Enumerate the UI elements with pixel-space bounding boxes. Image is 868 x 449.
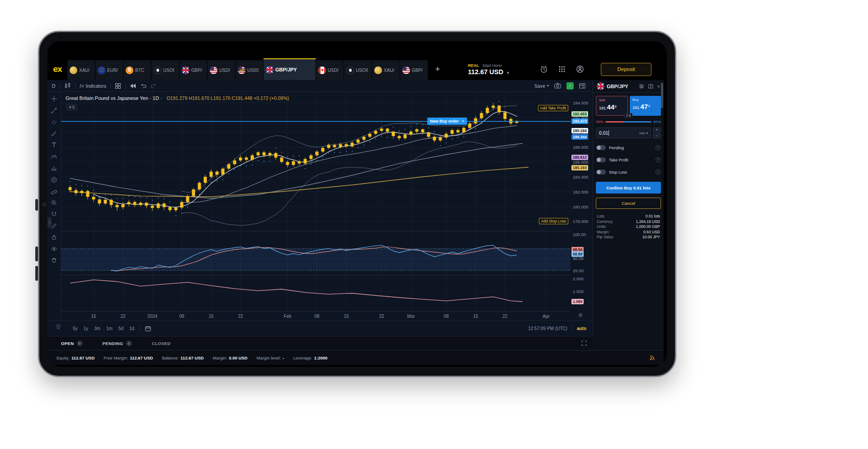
toolbar-divider bbox=[60, 83, 60, 89]
panel-layout-icon[interactable] bbox=[579, 83, 585, 89]
symbol-tab[interactable]: USOIl bbox=[344, 60, 372, 80]
add-tab-button[interactable]: + bbox=[431, 62, 444, 76]
add-stop-loss-tag[interactable]: Add Stop Loss bbox=[539, 218, 568, 224]
crosshair-icon[interactable] bbox=[50, 95, 59, 103]
buy-button[interactable]: Buy 191.473 bbox=[630, 96, 661, 116]
scrollbar-thumb[interactable] bbox=[661, 83, 663, 108]
symbol-tab[interactable]: GBP/ bbox=[179, 60, 208, 80]
trash-icon[interactable] bbox=[50, 256, 59, 264]
volume-increase-button[interactable]: + bbox=[653, 128, 661, 132]
xau-flag-icon bbox=[70, 66, 77, 74]
undo-icon[interactable] bbox=[140, 83, 146, 89]
panel-settings-icon[interactable] bbox=[639, 84, 644, 89]
indicators-collapse-badge[interactable]: ▾ 5 bbox=[66, 104, 77, 110]
layout-grid-icon[interactable] bbox=[115, 83, 121, 89]
magnet-icon[interactable] bbox=[50, 210, 59, 218]
deposit-button[interactable]: Deposit bbox=[601, 63, 651, 76]
tab-closed-positions[interactable]: CLOSED bbox=[152, 341, 171, 346]
help-icon[interactable]: ? bbox=[656, 157, 660, 162]
save-layout-button[interactable]: Save ▾ bbox=[534, 83, 549, 89]
symbol-tab-label: GBP/ bbox=[191, 68, 202, 73]
pattern-icon[interactable] bbox=[50, 153, 59, 161]
ruler-icon[interactable] bbox=[50, 187, 59, 195]
symbol-tab[interactable]: 500US50 bbox=[236, 60, 264, 80]
auto-scale-button[interactable]: auto bbox=[577, 326, 586, 331]
scroll-to-latest-button[interactable]: ↑ bbox=[566, 82, 574, 90]
order-details: Lots:0.01 lotsCurrency:1,264.19 USDUnits… bbox=[593, 209, 664, 240]
replay-icon[interactable] bbox=[130, 83, 136, 89]
toggle-switch[interactable] bbox=[596, 157, 606, 162]
volume-decrease-button[interactable]: − bbox=[653, 133, 661, 138]
expand-panel-icon[interactable] bbox=[581, 340, 587, 346]
chart-plot[interactable]: 15222024081522Feb081522Mar081522Apr Grea… bbox=[61, 92, 571, 320]
toolbar-divider bbox=[125, 83, 126, 89]
chart-type-icon[interactable] bbox=[64, 82, 71, 89]
indicators-button[interactable]: ƒx Indicators bbox=[80, 83, 106, 89]
object-tree-icon[interactable] bbox=[55, 323, 61, 330]
brush-icon[interactable] bbox=[50, 130, 59, 137]
chevron-down-icon: ▾ bbox=[69, 105, 71, 109]
sidebar-collapse-handle[interactable]: › bbox=[47, 217, 52, 227]
symbol-tab[interactable]: GBP/ bbox=[400, 60, 428, 80]
range-button-1y[interactable]: 1y bbox=[84, 326, 89, 331]
text-icon[interactable] bbox=[50, 141, 59, 149]
symbol-tab[interactable]: BBTC bbox=[123, 60, 151, 80]
symbol-tab[interactable]: EUR/ bbox=[95, 60, 123, 80]
symbol-tab-active[interactable]: GBP/JPY bbox=[264, 58, 316, 80]
timeframe-button[interactable]: D bbox=[52, 83, 56, 89]
symbol-tab[interactable]: XAU/ bbox=[372, 60, 400, 80]
panel-view-icon[interactable] bbox=[648, 84, 653, 89]
cad-flag-icon bbox=[318, 66, 326, 74]
lock-icon[interactable] bbox=[50, 233, 59, 241]
zoom-icon[interactable] bbox=[50, 199, 59, 207]
chevron-down-icon: ▾ bbox=[547, 84, 549, 88]
redo-icon[interactable] bbox=[151, 83, 157, 89]
sell-button[interactable]: Sell 191.448 bbox=[596, 96, 628, 116]
channel-icon[interactable] bbox=[50, 118, 59, 126]
volume-unit-select[interactable]: lots ▾ bbox=[639, 131, 648, 135]
symbol-tab[interactable]: USD/ bbox=[208, 60, 236, 80]
svg-text:15: 15 bbox=[208, 314, 214, 319]
symbol-tab-label: GBP/JPY bbox=[275, 67, 297, 72]
calendar-icon[interactable] bbox=[145, 326, 151, 331]
price-axis[interactable]: 194.000192.000190.000188.000186.000184.0… bbox=[571, 92, 593, 320]
forecast-icon[interactable] bbox=[50, 164, 59, 172]
profile-icon[interactable] bbox=[571, 65, 589, 73]
range-button-5d[interactable]: 5d bbox=[118, 326, 123, 331]
close-panel-icon[interactable]: × bbox=[657, 84, 660, 89]
volume-input[interactable]: 0.01 lots ▾ bbox=[596, 128, 651, 138]
toggle-switch[interactable] bbox=[596, 145, 606, 150]
account-selector[interactable]: REAL Start Here! 112.67 USD ▾ bbox=[468, 63, 519, 76]
alarm-icon[interactable] bbox=[535, 65, 553, 73]
help-icon[interactable]: ? bbox=[656, 145, 660, 150]
trendline-icon[interactable] bbox=[50, 107, 59, 114]
symbol-tab[interactable]: XAU/ bbox=[67, 60, 95, 80]
emoji-icon[interactable] bbox=[50, 176, 59, 184]
apps-grid-icon[interactable] bbox=[553, 66, 571, 73]
tab-pending-orders[interactable]: PENDING 0 bbox=[103, 340, 132, 346]
tab-open-positions[interactable]: OPEN 0 bbox=[61, 340, 83, 346]
vertical-scrollbar[interactable] bbox=[661, 80, 664, 350]
range-button-1d[interactable]: 1d bbox=[129, 326, 134, 331]
range-button-3m[interactable]: 3m bbox=[94, 326, 100, 331]
volume-row: 0.01 lots ▾ + − bbox=[593, 124, 664, 138]
help-icon[interactable]: ? bbox=[656, 170, 660, 175]
confirm-buy-button[interactable]: Confirm Buy 0.01 lots bbox=[596, 182, 661, 194]
add-take-profit-tag[interactable]: Add Take Profit bbox=[538, 105, 569, 111]
new-buy-order-pill[interactable]: New Buy order × bbox=[427, 118, 467, 125]
axis-settings-gear-icon[interactable] bbox=[578, 312, 583, 318]
eye-icon[interactable] bbox=[50, 245, 59, 253]
footer-divider bbox=[572, 326, 572, 331]
chevron-down-icon: ▾ bbox=[507, 71, 509, 75]
toggle-switch[interactable] bbox=[596, 170, 606, 175]
toggle-label: Take Profit bbox=[609, 158, 628, 162]
range-button-1m[interactable]: 1m bbox=[106, 326, 113, 331]
symbol-tab[interactable]: USD/ bbox=[316, 60, 344, 80]
range-button-5y[interactable]: 5y bbox=[73, 326, 78, 331]
exness-logo[interactable]: ex bbox=[47, 64, 67, 74]
cancel-button[interactable]: Cancel bbox=[596, 198, 661, 209]
clock-readout[interactable]: 12:57:09 PM (UTC) bbox=[528, 326, 567, 331]
remove-order-icon[interactable]: × bbox=[462, 119, 464, 123]
camera-icon[interactable] bbox=[554, 83, 561, 89]
symbol-tab[interactable]: USOI bbox=[151, 60, 179, 80]
